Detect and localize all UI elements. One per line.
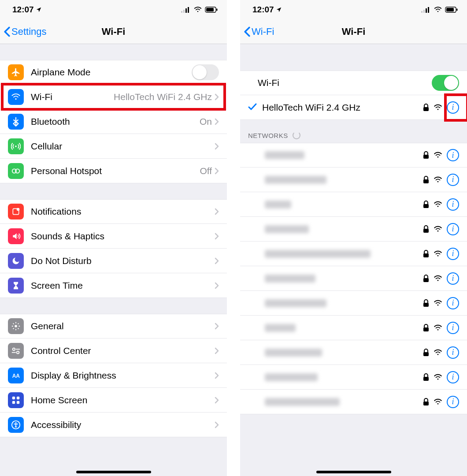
networks-header: NETWORKS — [240, 120, 467, 143]
network-row[interactable]: i — [240, 217, 467, 242]
wifi-signal-icon — [434, 374, 442, 381]
settings-row-wifi[interactable]: Wi-FiHelloTech WiFi 2.4 GHz — [0, 85, 227, 109]
row-detail: On — [200, 116, 212, 127]
svg-rect-34 — [423, 107, 429, 111]
svg-point-4 — [197, 11, 198, 12]
network-name-blurred — [265, 250, 371, 258]
wifi-signal-icon — [434, 250, 442, 257]
wifi-icon — [8, 89, 24, 105]
settings-row-sound[interactable]: Sounds & Haptics — [0, 224, 227, 249]
svg-point-49 — [437, 304, 439, 305]
checkmark-icon — [248, 102, 257, 113]
wifi-toggle[interactable] — [432, 75, 459, 91]
network-row[interactable]: i — [240, 316, 467, 340]
info-button[interactable]: i — [447, 223, 459, 235]
settings-row-notif[interactable]: Notifications — [0, 199, 227, 224]
settings-row-display[interactable]: AA Display & Brightness — [0, 363, 227, 388]
svg-point-30 — [437, 11, 438, 12]
network-row[interactable]: i — [240, 242, 467, 266]
home-icon — [8, 392, 24, 408]
info-button[interactable]: i — [447, 149, 459, 161]
svg-rect-32 — [446, 8, 454, 11]
network-row[interactable]: i — [240, 192, 467, 217]
svg-point-55 — [437, 378, 439, 379]
network-row[interactable]: i — [240, 390, 467, 414]
info-button[interactable]: i — [447, 198, 459, 211]
settings-row-cc[interactable]: Control Center — [0, 338, 227, 363]
lock-icon — [423, 176, 429, 184]
home-indicator[interactable] — [316, 471, 391, 473]
info-button[interactable]: i — [447, 248, 459, 260]
chevron-right-icon — [215, 167, 219, 175]
row-label: Bluetooth — [31, 116, 200, 127]
settings-row-screentime[interactable]: Screen Time — [0, 273, 227, 298]
settings-row-access[interactable]: Accessibility — [0, 413, 227, 437]
svg-point-35 — [437, 108, 439, 110]
settings-row-general[interactable]: General — [0, 314, 227, 338]
settings-screen: 12:07 Settings Wi-Fi Airplane Mode Wi-Fi… — [0, 0, 227, 476]
svg-rect-33 — [456, 9, 458, 11]
wifi-signal-icon — [434, 201, 442, 208]
info-button[interactable]: i — [447, 396, 459, 408]
row-label: Airplane Mode — [31, 67, 192, 78]
settings-group-2: Notifications Sounds & Haptics Do Not Di… — [0, 199, 227, 298]
network-row[interactable]: i — [240, 143, 467, 167]
settings-row-airplane[interactable]: Airplane Mode — [0, 60, 227, 85]
chevron-right-icon — [215, 118, 219, 125]
settings-row-dnd[interactable]: Do Not Disturb — [0, 249, 227, 273]
lock-icon — [423, 324, 429, 332]
airplane-icon — [8, 64, 24, 80]
cellular-icon — [181, 7, 191, 13]
cc-icon — [8, 343, 24, 359]
row-label: Screen Time — [31, 280, 215, 291]
network-row[interactable]: i — [240, 340, 467, 365]
dnd-icon — [8, 253, 24, 269]
network-row[interactable]: i — [240, 167, 467, 192]
lock-icon — [423, 373, 429, 381]
display-icon: AA — [8, 368, 24, 383]
wifi-toggle-label: Wi-Fi — [258, 78, 432, 88]
back-label: Settings — [11, 26, 47, 37]
info-button[interactable]: i — [447, 371, 459, 383]
back-button[interactable]: Wi-Fi — [240, 26, 274, 37]
home-indicator[interactable] — [76, 471, 151, 473]
info-button[interactable]: i — [447, 297, 459, 309]
loading-spinner-icon — [293, 131, 300, 139]
info-button[interactable]: i — [447, 174, 459, 186]
svg-rect-40 — [423, 204, 429, 208]
chevron-right-icon — [215, 208, 219, 215]
chevron-right-icon — [215, 233, 219, 240]
svg-rect-23 — [17, 401, 19, 403]
settings-row-hotspot[interactable]: Personal HotspotOff — [0, 159, 227, 183]
settings-row-home[interactable]: Home Screen — [0, 388, 227, 413]
settings-row-bt[interactable]: BluetoothOn — [0, 109, 227, 134]
svg-text:AA: AA — [12, 372, 20, 379]
back-button[interactable]: Settings — [0, 26, 47, 37]
row-label: Personal Hotspot — [31, 166, 200, 176]
svg-point-9 — [15, 145, 17, 147]
row-label: Notifications — [31, 206, 215, 217]
svg-point-25 — [15, 422, 17, 424]
network-row[interactable]: i — [240, 291, 467, 316]
svg-rect-20 — [12, 396, 15, 399]
row-label: Display & Brightness — [31, 370, 215, 381]
network-name-blurred — [265, 324, 296, 332]
settings-row-cell[interactable]: Cellular — [0, 134, 227, 159]
svg-rect-44 — [423, 253, 429, 257]
info-button[interactable]: i — [447, 101, 459, 114]
chevron-right-icon — [215, 93, 219, 100]
network-row[interactable]: i — [240, 365, 467, 390]
connected-network-row[interactable]: HelloTech WiFi 2.4 GHz i — [240, 95, 467, 120]
info-button[interactable]: i — [447, 346, 459, 359]
toggle[interactable] — [192, 64, 219, 80]
svg-point-8 — [15, 98, 16, 99]
info-button[interactable]: i — [447, 272, 459, 285]
svg-rect-27 — [423, 10, 425, 13]
access-icon — [8, 417, 24, 433]
info-button[interactable]: i — [447, 322, 459, 334]
wifi-signal-icon — [434, 324, 442, 331]
svg-rect-28 — [426, 8, 427, 13]
general-icon — [8, 318, 24, 334]
network-row[interactable]: i — [240, 266, 467, 291]
svg-point-15 — [13, 348, 15, 350]
